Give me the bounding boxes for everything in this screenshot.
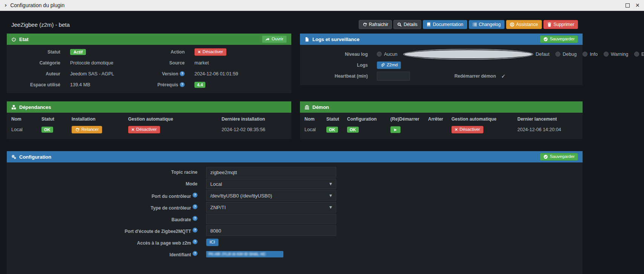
radio-log-error[interactable]: Error [634,52,644,57]
logs-file-row: Logs Z2md [304,60,578,70]
radio-icon [583,52,587,57]
play-icon: ▶ [394,127,397,132]
heartbeat-row: Heartbeat (min) Redémarrer démon ✓ [304,70,578,81]
details-button-label: Détails [404,22,418,27]
controller-type-row: Type de contrôleur? ZNP/TI ▼ [11,202,578,213]
delete-button[interactable]: Supprimer [543,20,578,29]
col-header-installation: Installation [72,114,128,124]
maximize-icon[interactable] [626,3,630,8]
help-icon[interactable]: ? [193,228,197,233]
open-z2m-web-button[interactable]: ICI [206,239,219,246]
open-log-z2md-button[interactable]: Z2md [377,61,401,69]
demon-config-badge: OK [347,127,359,133]
refresh-button[interactable]: Rafraichir [359,20,392,29]
categorie-value: Protocole domotique [70,57,130,68]
baudrate-input[interactable] [206,214,336,224]
configuration-panel-header: Configuration Sauvegarder [7,151,583,162]
save-logs-button[interactable]: Sauvegarder [540,35,578,43]
documentation-button[interactable]: Documentation [423,20,467,29]
open-plugin-button[interactable]: Ouvrir [262,35,287,43]
disable-daemon-label: Désactiver [460,127,480,132]
relaunch-dependencies-button[interactable]: Relancer [72,126,102,133]
mode-select[interactable]: Local ▼ [206,179,336,189]
topic-label: Topic racine [11,170,197,175]
heartbeat-input[interactable] [377,72,410,81]
stop-daemon-cell [428,124,451,135]
page-title: JeeZigbee (z2m) - beta [11,21,70,28]
help-icon[interactable]: ? [180,71,185,76]
help-icon[interactable]: ? [193,193,197,197]
controller-type-select[interactable]: ZNP/TI ▼ [206,202,336,213]
configuration-form: Topic racine Mode Local ▼ Port du contrô… [7,162,583,274]
help-icon[interactable]: ? [193,239,197,244]
dep-status-badge: OK [41,127,53,133]
start-daemon-button[interactable]: ▶ [390,126,401,133]
plugin-config-page: JeeZigbee (z2m) - beta Rafraichir Détail… [0,11,589,274]
statut-label: Statut [11,46,60,57]
baudrate-row: Baudrate? [11,214,578,224]
demon-panel-title: Démon [312,104,329,110]
help-icon[interactable]: ? [193,216,197,221]
restart-daemon-label: Redémarrer démon [451,73,496,79]
topic-input[interactable] [206,167,336,178]
auteur-label: Auteur [11,68,60,79]
panel-dependances: Dépendances Nom Statut Installation Gest… [7,101,291,139]
close-icon[interactable]: × [635,2,639,9]
changelog-button[interactable]: Changelog [469,20,505,29]
radio-log-defaut[interactable]: Defaut [403,49,549,60]
dep-nom: Local [11,124,41,135]
share-arrow-icon [265,37,270,41]
etat-panel-title: Etat [19,37,29,42]
panel-etat: Etat Ouvrir Statut Actif Action × [7,34,291,93]
col-header-configuration: Configuration [347,114,390,124]
listen-port-input[interactable] [206,225,336,236]
logs-label: Logs [304,63,368,68]
help-icon[interactable]: ? [180,82,185,87]
identifiant-value-obscured: PK-HR JYLR IA KIH ID SHAL HC [206,251,283,257]
etat-panel-header: Etat Ouvrir [7,34,291,45]
radio-log-info[interactable]: Info [583,52,598,57]
panel-configuration: Configuration Sauvegarder Topic racine M… [7,151,583,274]
save-configuration-button[interactable]: Sauvegarder [540,153,578,161]
life-ring-icon [510,22,514,27]
col-header-nom: Nom [304,114,326,124]
dependances-table: Nom Statut Installation Gestion automati… [7,113,291,139]
help-icon[interactable]: ? [193,204,197,209]
radio-log-debug[interactable]: Debug [555,52,577,57]
radio-icon [634,52,639,57]
restart-daemon-checkbox[interactable]: ✓ [501,73,506,79]
action-label: Action [140,46,185,57]
window-titlebar: › Configuration du plugin × [0,0,644,11]
paperclip-icon [380,63,385,67]
assistance-button-label: Assistance [516,22,538,27]
bank-icon [304,105,309,110]
check-circle-icon [543,37,548,41]
mode-label: Mode [11,181,197,187]
dep-last-install: 2024-12-02 08:35:56 [222,124,287,135]
help-icon[interactable]: ? [193,251,197,256]
radio-log-aucun[interactable]: Aucun [377,52,397,57]
demon-status-badge: OK [326,127,338,133]
log-level-radios: Aucun Defaut Debug Info Warning Error [377,49,644,60]
radio-icon [604,52,609,57]
version-value: 2024-12-06 01:01:59 [194,68,287,79]
open-plugin-label: Ouvrir [272,37,283,42]
categorie-label: Catégorie [11,57,60,68]
radio-log-warning[interactable]: Warning [604,52,628,57]
page-header: JeeZigbee (z2m) - beta Rafraichir Détail… [7,11,583,34]
source-label: Source [140,57,185,68]
details-button[interactable]: Détails [393,20,421,29]
disable-dependency-auto-button[interactable]: × Désactiver [128,126,160,133]
save-configuration-label: Sauvegarder [550,154,575,159]
assistance-button[interactable]: Assistance [506,20,542,29]
identifiant-row: Identifiant? PK-HR JYLR IA KIH ID SHAL H… [11,249,578,259]
chevron-down-icon: ▼ [329,182,332,186]
logs-panel-title: Logs et surveillance [312,37,359,42]
disable-plugin-button[interactable]: × Désactiver [194,48,226,56]
disable-daemon-auto-button[interactable]: × Désactiver [451,126,483,133]
demon-nom: Local [304,124,326,135]
log-level-label: Niveau log [304,52,368,57]
auteur-value: Jeedom SAS - AGPL [70,68,130,79]
window-title: Configuration du plugin [10,2,64,8]
controller-port-select[interactable]: /dev/ttyUSB0 (/dev/ttyUSB0) ▼ [206,190,336,201]
